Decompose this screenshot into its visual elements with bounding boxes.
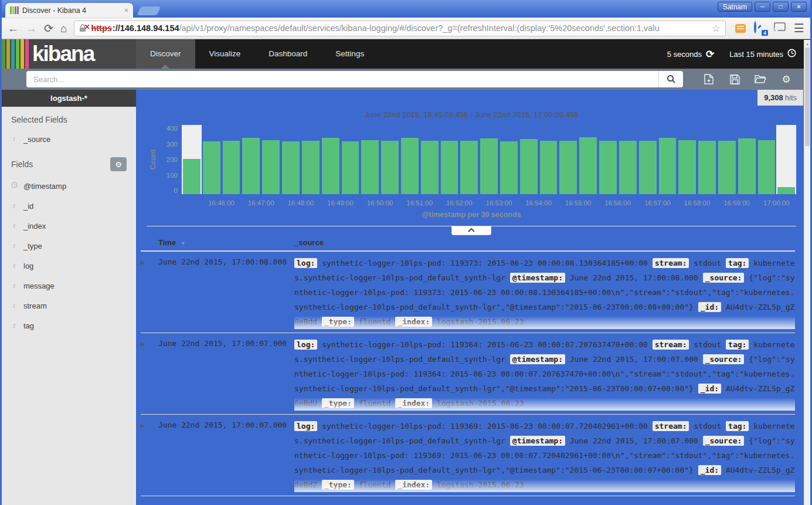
field-item-id[interactable]: t_id [2,196,136,216]
forward-icon[interactable]: → [26,23,37,34]
url-bar[interactable]: ✕ https ://146.148.94.154 /api/v1/proxy/… [74,21,726,36]
histogram-bar-slot[interactable] [578,125,598,194]
histogram-bar-slot[interactable] [459,125,479,194]
histogram-bar[interactable] [262,140,280,194]
histogram-bar-slot[interactable] [182,125,202,194]
fields-settings-button[interactable]: ⚙ [110,157,127,171]
histogram-bar[interactable] [183,159,201,194]
new-tab-button[interactable] [137,6,161,15]
histogram-bar[interactable] [500,141,518,194]
histogram-bar[interactable] [421,141,439,194]
histogram-bar-slot[interactable] [301,125,321,194]
histogram-bar[interactable] [718,141,736,194]
field-item-index[interactable]: t_index [2,216,136,236]
histogram-bar-slot[interactable] [539,125,559,194]
histogram-bar[interactable] [322,138,339,194]
histogram-bar-slot[interactable] [737,125,757,194]
histogram-bar[interactable] [698,141,716,194]
histogram-bar[interactable] [559,141,577,194]
histogram-bar-slot[interactable] [677,125,697,194]
expand-row-icon[interactable]: ▶ [141,419,158,492]
histogram-bar-slot[interactable] [618,125,638,194]
field-item-source[interactable]: t_source [2,129,136,149]
scrollbar-up-arrow[interactable]: ▲ [804,40,810,46]
nav-tab-dashboard[interactable]: Dashboard [254,39,321,69]
histogram-bar[interactable] [361,140,379,194]
field-item-message[interactable]: tmessage [2,276,136,296]
expand-row-icon[interactable]: ▶ [141,256,158,329]
histogram-bar-slot[interactable] [222,125,242,194]
save-search-icon[interactable] [722,74,748,84]
tab-close-icon[interactable]: × [124,6,128,15]
histogram-bar-slot[interactable] [499,125,519,194]
cast-icon[interactable] [774,22,786,34]
field-item-type[interactable]: t_type [2,236,136,256]
histogram-bar-slot[interactable] [420,125,440,194]
histogram-bar-slot[interactable] [717,125,737,194]
histogram-bar[interactable] [342,141,359,194]
time-range-picker[interactable]: Last 15 minutes [729,49,796,59]
refresh-interval-picker[interactable]: 5 seconds ⟳ [667,48,715,60]
histogram-bar-slot[interactable] [697,125,717,194]
histogram-plot[interactable] [182,125,796,194]
histogram-bar[interactable] [678,140,696,194]
menu-icon[interactable]: ☰ [794,21,804,35]
histogram-bar[interactable] [738,138,756,194]
field-item-timestamp[interactable]: @timestamp [2,176,136,196]
nav-tab-discover[interactable]: Discover [136,39,195,69]
histogram-bar-slot[interactable] [380,125,400,194]
scrollbar-thumb[interactable] [805,48,810,146]
search-button[interactable] [658,71,683,87]
field-item-tag[interactable]: ttag [2,316,136,335]
settings-gear-icon[interactable]: ⚙ [773,74,799,84]
histogram-bar-slot[interactable] [202,125,222,194]
histogram-bar-slot[interactable] [479,125,499,194]
field-item-log[interactable]: tlog [2,256,136,276]
collapse-chart-button[interactable] [451,226,491,235]
histogram-bar[interactable] [401,138,419,194]
insecure-lock-icon[interactable]: ✕ [79,23,91,33]
histogram-bar[interactable] [302,141,320,194]
histogram-bar[interactable] [282,141,300,194]
extension-phone-icon[interactable]: 4 [754,22,766,34]
histogram-bar-slot[interactable] [241,125,261,194]
bookmark-star-icon[interactable]: ☆ [712,22,721,35]
new-search-icon[interactable] [696,74,722,84]
histogram-bar-slot[interactable] [400,125,420,194]
histogram-bar[interactable] [599,141,617,194]
histogram-bar[interactable] [480,138,498,194]
histogram-bar-slot[interactable] [519,125,539,194]
histogram-bar-slot[interactable] [638,125,658,194]
histogram-bar[interactable] [203,141,220,194]
expand-row-icon[interactable]: ▶ [141,337,158,411]
home-icon[interactable]: ⌂ [60,23,67,34]
histogram-bar[interactable] [579,137,597,194]
browser-tab[interactable]: Discover - Kibana 4 × [5,3,133,18]
histogram-bar[interactable] [460,141,478,194]
histogram-bar-slot[interactable] [321,125,341,194]
histogram-bar-slot[interactable] [658,125,678,194]
time-column-header[interactable]: Time ▼ [158,238,294,247]
nav-tab-visualize[interactable]: Visualize [195,39,255,69]
histogram-bar[interactable] [659,138,677,194]
histogram-bar[interactable] [777,187,795,194]
histogram-bar-slot[interactable] [776,125,796,194]
maximize-button[interactable]: □ [773,2,789,12]
histogram-bar[interactable] [520,139,538,194]
histogram-bar[interactable] [242,138,260,194]
histogram-bar-slot[interactable] [261,125,281,194]
reload-icon[interactable]: ⟳ [44,23,53,34]
histogram-bar[interactable] [639,141,657,194]
histogram-bar-slot[interactable] [757,125,777,194]
index-pattern[interactable]: logstash-* [2,90,136,107]
back-icon[interactable]: ← [8,23,19,34]
histogram-bar-slot[interactable] [598,125,618,194]
nav-tab-settings[interactable]: Settings [321,39,378,69]
histogram-bar-slot[interactable] [360,125,380,194]
search-input[interactable] [26,71,658,87]
histogram-bar[interactable] [223,141,240,194]
histogram-bar[interactable] [381,141,399,194]
histogram-bar-slot[interactable] [281,125,301,194]
histogram-bar[interactable] [540,141,558,194]
page-scrollbar[interactable]: ▲ [804,40,810,505]
